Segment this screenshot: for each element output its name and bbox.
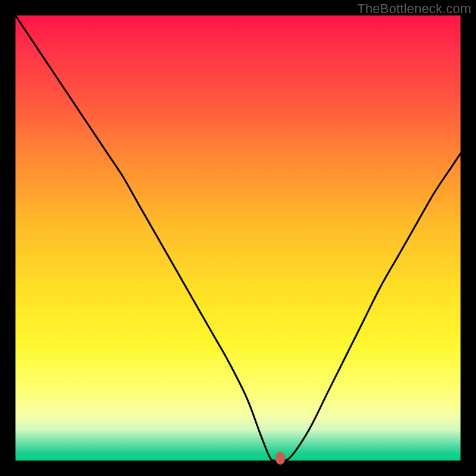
watermark-text: TheBottleneck.com bbox=[357, 1, 471, 17]
plot-area bbox=[15, 15, 461, 461]
chart-frame: TheBottleneck.com bbox=[0, 0, 476, 476]
bottleneck-curve-path bbox=[15, 15, 461, 461]
minimum-marker bbox=[275, 452, 285, 465]
curve-svg bbox=[15, 15, 461, 461]
